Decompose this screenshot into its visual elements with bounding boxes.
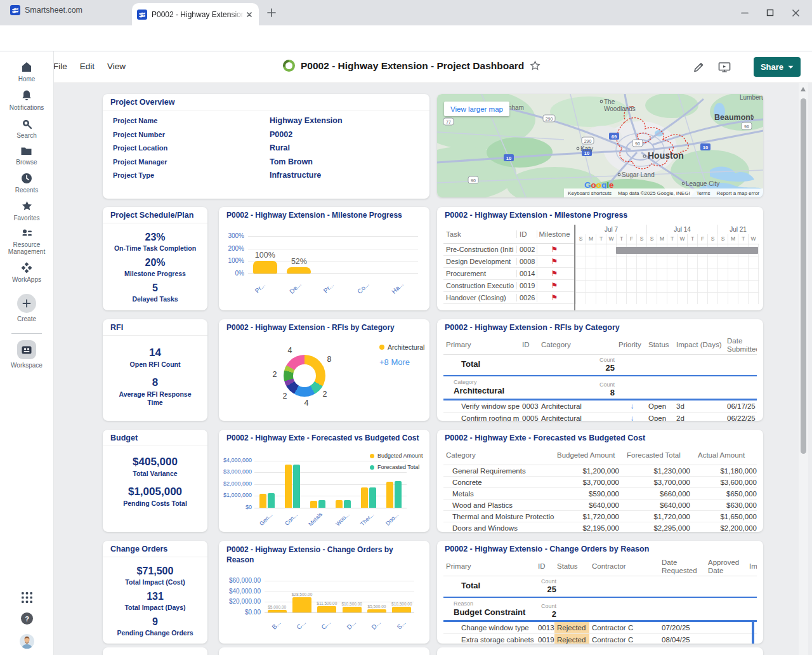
- close-icon[interactable]: [783, 0, 808, 25]
- table-row[interactable]: Change window type 0013 Rejected Contrac…: [443, 622, 757, 634]
- scrollbar-thumb[interactable]: [801, 98, 806, 454]
- map-keyboard-shortcuts-link[interactable]: Keyboard shortcuts: [568, 190, 612, 196]
- cell: Change window type: [443, 624, 535, 632]
- column-header[interactable]: Approved Date: [705, 559, 747, 575]
- menu-file[interactable]: File: [53, 62, 67, 71]
- overview-row: Project LocationRural: [103, 142, 429, 155]
- sidebar-item-browse[interactable]: Browse: [16, 146, 37, 166]
- sidebar-item-home[interactable]: Home: [18, 61, 36, 83]
- map-error-link[interactable]: Report a map error: [716, 190, 759, 196]
- column-header[interactable]: Primary: [443, 341, 520, 349]
- task-id: 0026: [516, 294, 537, 301]
- gantt-row[interactable]: Construction Executio0019⚑: [443, 280, 574, 292]
- column-header[interactable]: Category: [539, 341, 616, 349]
- minimize-icon[interactable]: [732, 0, 757, 25]
- tab-smartsheet[interactable]: Smartsheet.com: [10, 5, 143, 15]
- favorite-star-icon[interactable]: [530, 60, 540, 71]
- budgeted-bar: [259, 494, 266, 508]
- bar-group: [280, 461, 305, 508]
- sidebar-item-notifications[interactable]: Notifications: [10, 89, 44, 111]
- more-categories-link[interactable]: +8 More: [379, 357, 410, 367]
- x-tick: B...: [270, 619, 282, 630]
- table-row[interactable]: Verify window spe 0003 Architectural ↓ O…: [443, 400, 757, 413]
- apps-grid-icon[interactable]: [22, 592, 32, 603]
- sidebar-item-resource-management[interactable]: Resource Management: [0, 228, 53, 255]
- widget-milestone-chart: P0002 - Highway Extension - Milestone Pr…: [219, 207, 429, 310]
- table-row[interactable]: Concrete$3,700,000$3,700,000$3,600,000: [443, 477, 757, 488]
- column-header[interactable]: Priority: [616, 341, 646, 349]
- create-plus-icon[interactable]: [17, 294, 36, 313]
- maximize-icon[interactable]: [757, 0, 783, 25]
- map-terms-link[interactable]: Terms: [697, 190, 710, 196]
- column-header[interactable]: ID: [520, 341, 539, 349]
- widget-title: P0002 - Highway Exte - Forecasted vs Bud…: [437, 430, 763, 446]
- x-tick: C...: [295, 619, 307, 631]
- table-row[interactable]: Confirm roofing m 0005 Architectural ↓ O…: [443, 413, 757, 421]
- cell: 0005: [520, 414, 539, 421]
- column-header[interactable]: Status: [646, 341, 674, 349]
- edit-pencil-icon[interactable]: [692, 61, 705, 74]
- sidebar-item-create[interactable]: Create: [17, 294, 36, 322]
- gantt-row[interactable]: Pre-Construction (Initi0002⚑: [443, 244, 574, 256]
- cell: $640,000: [624, 501, 695, 509]
- gantt-row[interactable]: Handover (Closing)0026⚑: [443, 292, 574, 304]
- column-header[interactable]: Impact (Days): [674, 341, 724, 349]
- column-header[interactable]: Category: [443, 451, 554, 460]
- column-header[interactable]: Im: [747, 562, 757, 571]
- table-row[interactable]: Wood and Plastics$640,000$640,000$630,00…: [443, 500, 757, 511]
- app-menubar: File Edit View: [53, 62, 126, 71]
- sidebar-divider: [11, 333, 42, 334]
- share-button[interactable]: Share: [754, 57, 801, 77]
- column-header[interactable]: Status: [554, 562, 589, 571]
- sidebar-item-search[interactable]: Search: [16, 118, 37, 139]
- user-avatar[interactable]: [20, 634, 34, 649]
- table-row[interactable]: Metals$590,000$660,000$650,000: [443, 488, 757, 500]
- bar-value-label: $10,500.00: [341, 602, 362, 606]
- sidebar-item-workspace[interactable]: Workspace: [11, 340, 43, 369]
- present-icon[interactable]: [717, 61, 731, 74]
- tab-close-icon[interactable]: [245, 10, 254, 19]
- metric-value: 9: [152, 616, 158, 628]
- cell: $650,000: [695, 490, 757, 498]
- menu-view[interactable]: View: [107, 62, 126, 71]
- page-scrollbar[interactable]: [799, 83, 808, 655]
- sidebar-item-recents[interactable]: Recents: [15, 173, 39, 194]
- column-header[interactable]: Date Requested: [659, 559, 705, 575]
- column-header[interactable]: Contractor: [589, 562, 659, 571]
- scroll-up-icon[interactable]: [801, 87, 806, 91]
- column-header[interactable]: Actual Amount: [695, 451, 757, 460]
- menu-edit[interactable]: Edit: [80, 62, 95, 71]
- gantt-row[interactable]: Design Development0008⚑: [443, 256, 574, 268]
- help-icon[interactable]: ?: [21, 612, 33, 625]
- column-header[interactable]: Date Submitted: [724, 337, 757, 354]
- column-header[interactable]: Forecasted Total: [624, 451, 695, 460]
- table-row[interactable]: Extra storage cabinets 0019 Rejected Con…: [443, 634, 757, 644]
- scroll-indicator[interactable]: [752, 621, 754, 644]
- change-bars: $5,000.00 $28,500.00 $11,500.00 $10,500.…: [265, 581, 414, 612]
- bar-value-label: $5,000.00: [268, 605, 286, 609]
- milestone-bar: [253, 261, 277, 274]
- widget-change-table: P0002 - Highway Extensio - Change Orders…: [437, 541, 763, 644]
- table-row[interactable]: General Requirements$1,200,000$1,230,000…: [443, 465, 757, 477]
- count-label: Count: [518, 578, 556, 585]
- svg-text:10: 10: [703, 145, 708, 150]
- gantt-task-bar[interactable]: [616, 247, 758, 254]
- sidebar-item-favorites[interactable]: Favorites: [13, 201, 39, 222]
- column-header[interactable]: Primary: [443, 562, 535, 571]
- gantt-day-label: S: [636, 234, 646, 244]
- cell: 3d: [674, 402, 724, 410]
- column-header[interactable]: Budgeted Amount: [554, 451, 624, 460]
- table-row[interactable]: Thermal and Moisture Protection$1,720,00…: [443, 511, 757, 522]
- tab-active-dashboard[interactable]: P0002 - Highway Extension - Pro: [132, 3, 259, 25]
- view-larger-map-button[interactable]: View larger map: [444, 102, 509, 116]
- table-row[interactable]: Doors and Windows$2,195,000$2,295,000$2,…: [443, 522, 757, 532]
- new-tab-icon[interactable]: [266, 8, 277, 18]
- sidebar-item-workapps[interactable]: WorkApps: [12, 262, 41, 283]
- column-header[interactable]: ID: [535, 562, 554, 571]
- gantt-row[interactable]: Procurement0014⚑: [443, 268, 574, 280]
- cell: Open: [646, 414, 674, 421]
- widget-cost-chart: P0002 - Highway Exte - Forecasted vs Bud…: [219, 430, 429, 532]
- widget-milestone-gantt: P0002 - Highway Extension - Milestone Pr…: [437, 207, 763, 310]
- milestone-bars: 100% 52%: [248, 236, 418, 274]
- cell: 08/04/25: [659, 636, 705, 644]
